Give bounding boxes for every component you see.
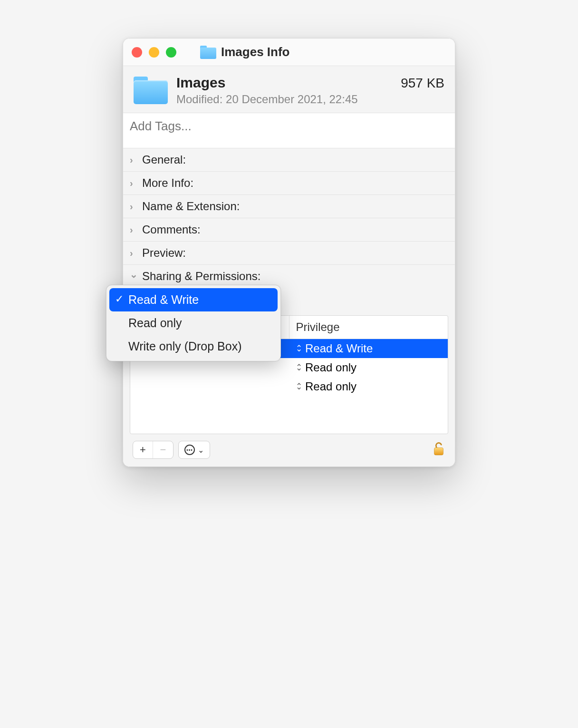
file-size: 957 KB: [401, 76, 444, 91]
zoom-button[interactable]: [166, 47, 176, 58]
folder-icon: [200, 46, 216, 59]
window-title: Images Info: [221, 45, 289, 59]
section-label: More Info:: [142, 176, 193, 190]
chevron-right-icon: [130, 201, 138, 212]
table-row[interactable]: Read only: [130, 377, 448, 396]
menu-item-read-only[interactable]: Read only: [109, 311, 278, 335]
remove-button[interactable]: −: [153, 441, 173, 458]
window-controls: [132, 47, 176, 58]
stepper-icon: [296, 344, 302, 353]
privilege-value: Read & Write: [305, 342, 373, 355]
folder-icon: [134, 77, 168, 104]
privilege-popup-menu: ✓ Read & Write Read only Write only (Dro…: [106, 285, 281, 361]
section-general[interactable]: General:: [123, 148, 455, 172]
file-name: Images: [176, 75, 225, 91]
add-remove-control: + −: [133, 441, 173, 459]
chevron-down-icon: [130, 271, 138, 282]
tags-area: [123, 113, 455, 148]
menu-item-read-write[interactable]: ✓ Read & Write: [109, 288, 278, 311]
privilege-value: Read only: [305, 361, 356, 374]
section-comments[interactable]: Comments:: [123, 218, 455, 242]
privilege-cell[interactable]: Read only: [291, 377, 448, 396]
section-label: General:: [142, 153, 186, 166]
minimize-button[interactable]: [149, 47, 159, 58]
menu-item-label: Write only (Drop Box): [128, 340, 242, 353]
action-menu-button[interactable]: ••• ⌄: [178, 441, 210, 459]
section-sharing-permissions[interactable]: Sharing & Permissions:: [123, 265, 455, 288]
section-label: Name & Extension:: [142, 200, 240, 213]
menu-item-write-only[interactable]: Write only (Drop Box): [109, 335, 278, 358]
add-button[interactable]: +: [133, 441, 153, 458]
chevron-right-icon: [130, 248, 138, 259]
chevron-right-icon: [130, 178, 138, 189]
svg-rect-1: [434, 448, 443, 455]
section-preview[interactable]: Preview:: [123, 242, 455, 265]
menu-item-label: Read & Write: [128, 293, 199, 306]
chevron-right-icon: [130, 224, 138, 235]
info-window: Images Info Images 957 KB Modified: 20 D…: [123, 38, 455, 467]
stepper-icon: [296, 382, 302, 391]
stepper-icon: [296, 363, 302, 372]
section-label: Sharing & Permissions:: [142, 270, 260, 283]
check-icon: ✓: [115, 293, 124, 305]
section-more-info[interactable]: More Info:: [123, 172, 455, 195]
menu-item-label: Read only: [128, 316, 182, 330]
privilege-cell[interactable]: Read & Write: [291, 339, 448, 358]
section-label: Preview:: [142, 246, 186, 260]
ellipsis-icon: •••: [184, 445, 195, 455]
chevron-right-icon: [130, 155, 138, 165]
privilege-value: Read only: [305, 380, 356, 393]
file-header: Images 957 KB Modified: 20 December 2021…: [123, 66, 455, 113]
chevron-down-icon: ⌄: [198, 446, 204, 455]
privilege-cell[interactable]: Read only: [291, 358, 448, 377]
titlebar: Images Info: [123, 39, 455, 66]
modified-date: Modified: 20 December 2021, 22:45: [176, 93, 444, 106]
column-privilege[interactable]: Privilege: [289, 316, 448, 339]
section-name-extension[interactable]: Name & Extension:: [123, 195, 455, 218]
name-cell: [130, 377, 291, 396]
section-label: Comments:: [142, 223, 201, 236]
close-button[interactable]: [132, 47, 142, 58]
tags-input[interactable]: [130, 119, 448, 134]
lock-icon[interactable]: [432, 441, 445, 458]
permissions-footer: + − ••• ⌄: [130, 434, 448, 460]
